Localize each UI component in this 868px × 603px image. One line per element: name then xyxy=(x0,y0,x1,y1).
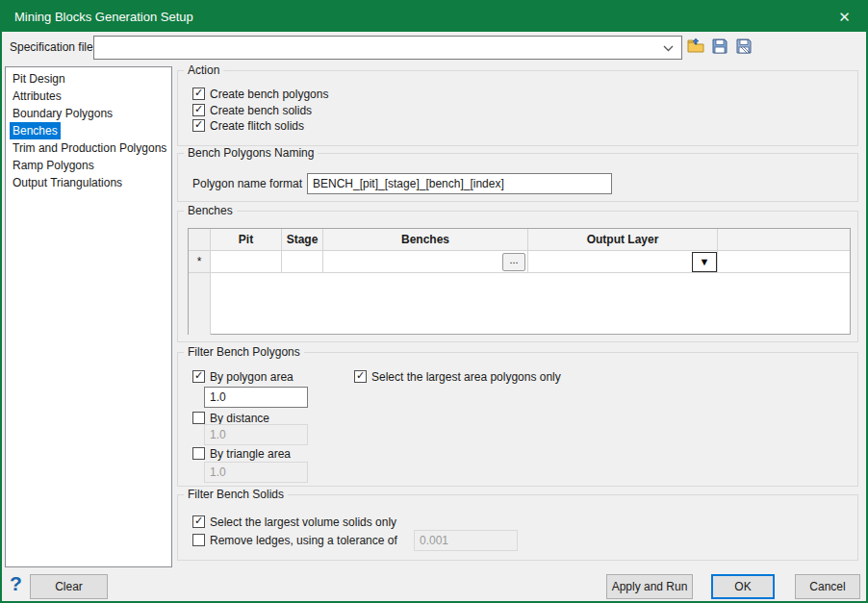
titlebar: Mining Blocks Generation Setup ✕ xyxy=(2,2,866,32)
spec-file-toolbar xyxy=(687,38,753,55)
grid-header-benches[interactable]: Benches xyxy=(323,229,528,251)
grid-header-stage[interactable]: Stage xyxy=(282,229,323,251)
grid-new-row[interactable]: * ... ▼ xyxy=(189,251,850,273)
group-filter-solids-title: Filter Bench Solids xyxy=(184,488,288,501)
section-list: Pit Design Attributes Boundary Polygons … xyxy=(5,66,172,567)
window-title: Mining Blocks Generation Setup xyxy=(2,10,193,24)
group-action-title: Action xyxy=(184,63,223,77)
checkbox-box[interactable]: ✓ xyxy=(354,370,367,383)
checkbox-box[interactable] xyxy=(192,534,205,546)
chevron-down-icon[interactable] xyxy=(663,41,674,55)
group-filter-bench-solids: Filter Bench Solids ✓ Select the largest… xyxy=(177,494,858,561)
grid-rowheader-strip xyxy=(189,273,211,335)
grid-row-marker: * xyxy=(189,251,211,273)
by-distance-input xyxy=(204,424,308,445)
sidebar-item-benches[interactable]: Benches xyxy=(10,122,61,139)
by-polygon-area-input[interactable] xyxy=(204,387,308,408)
clear-button[interactable]: Clear xyxy=(30,574,108,599)
group-filter-bench-polygons: Filter Bench Polygons ✓ By polygon area … xyxy=(177,352,858,487)
apply-and-run-button[interactable]: Apply and Run xyxy=(606,574,693,599)
checkbox-create-flitch-solids[interactable]: ✓ Create flitch solids xyxy=(192,118,304,133)
checkbox-box[interactable]: ✓ xyxy=(192,370,205,383)
checkbox-largest-area-polygons[interactable]: ✓ Select the largest area polygons only xyxy=(354,369,561,384)
grid-empty-area xyxy=(189,273,850,335)
mining-blocks-dialog: Mining Blocks Generation Setup ✕ Specifi… xyxy=(0,0,868,603)
group-action: Action ✓ Create bench polygons ✓ Create … xyxy=(177,70,858,146)
polygon-name-format-label: Polygon name format xyxy=(192,177,302,190)
checkbox-label: By triangle area xyxy=(210,447,291,461)
ok-button[interactable]: OK xyxy=(711,574,775,599)
checkbox-by-polygon-area[interactable]: ✓ By polygon area xyxy=(192,369,294,384)
close-button[interactable]: ✕ xyxy=(823,2,866,32)
group-naming-title: Bench Polygons Naming xyxy=(184,146,318,160)
checkbox-by-distance[interactable]: By distance xyxy=(192,411,269,425)
polygon-name-format-input[interactable] xyxy=(307,173,612,194)
checkbox-box[interactable] xyxy=(192,412,205,424)
save-icon[interactable] xyxy=(711,38,728,55)
remove-ledges-tolerance-input xyxy=(414,530,518,551)
checkbox-box[interactable]: ✓ xyxy=(192,104,205,116)
grid-corner-cell xyxy=(189,229,211,251)
group-benches-title: Benches xyxy=(184,204,237,217)
checkbox-box[interactable]: ✓ xyxy=(192,88,205,100)
sidebar-item-output-triangulations[interactable]: Output Triangulations xyxy=(10,174,125,191)
close-icon: ✕ xyxy=(838,9,851,26)
grid-cell-stage[interactable] xyxy=(282,251,323,273)
checkbox-label: By polygon area xyxy=(210,370,294,384)
group-bench-polygons-naming: Bench Polygons Naming Polygon name forma… xyxy=(177,153,858,202)
grid-header-pit[interactable]: Pit xyxy=(211,229,282,251)
open-folder-icon[interactable] xyxy=(687,38,704,55)
grid-header-output-layer[interactable]: Output Layer xyxy=(528,229,718,251)
save-as-icon[interactable] xyxy=(735,38,753,55)
checkbox-label: Create flitch solids xyxy=(210,119,304,133)
benches-browse-button[interactable]: ... xyxy=(502,253,525,271)
benches-grid: Pit Stage Benches Output Layer * ... ▼ xyxy=(188,228,851,335)
sidebar-item-trim-production-polygons[interactable]: Trim and Production Polygons xyxy=(10,139,169,157)
dropdown-arrow-icon: ▼ xyxy=(700,256,710,267)
sidebar-item-ramp-polygons[interactable]: Ramp Polygons xyxy=(10,157,97,174)
checkbox-box[interactable] xyxy=(192,447,205,460)
sidebar-item-attributes[interactable]: Attributes xyxy=(10,88,64,105)
checkbox-label: Create bench polygons xyxy=(210,88,328,101)
spec-file-label: Specification file xyxy=(10,40,93,54)
output-layer-dropdown-button[interactable]: ▼ xyxy=(692,252,717,272)
checkbox-label: Remove ledges, using a tolerance of xyxy=(210,534,397,547)
help-icon[interactable]: ? xyxy=(10,572,22,595)
grid-header-filler xyxy=(718,229,850,251)
checkbox-label: Select the largest volume solids only xyxy=(210,515,396,529)
sidebar-item-boundary-polygons[interactable]: Boundary Polygons xyxy=(10,105,115,122)
sidebar-item-pit-design[interactable]: Pit Design xyxy=(10,70,68,88)
spec-file-combobox[interactable] xyxy=(93,36,682,60)
grid-cell-pit[interactable] xyxy=(211,251,282,273)
checkbox-label: Create bench solids xyxy=(210,104,312,117)
checkbox-create-bench-solids[interactable]: ✓ Create bench solids xyxy=(192,103,312,117)
checkbox-create-bench-polygons[interactable]: ✓ Create bench polygons xyxy=(192,87,328,101)
checkbox-box[interactable]: ✓ xyxy=(192,119,205,132)
checkbox-by-triangle-area[interactable]: By triangle area xyxy=(192,446,291,461)
by-triangle-area-input xyxy=(204,462,308,483)
checkbox-label: Select the largest area polygons only xyxy=(371,370,561,384)
checkbox-largest-volume-solids[interactable]: ✓ Select the largest volume solids only xyxy=(192,515,396,529)
grid-cell-output-layer[interactable]: ▼ xyxy=(528,251,718,273)
spec-file-row: Specification file xyxy=(2,32,866,64)
checkbox-box[interactable]: ✓ xyxy=(192,515,205,528)
grid-header-row: Pit Stage Benches Output Layer xyxy=(189,229,850,251)
cancel-button[interactable]: Cancel xyxy=(795,574,860,599)
grid-cell-benches[interactable]: ... xyxy=(323,251,528,273)
group-benches: Benches Pit Stage Benches Output Layer *… xyxy=(177,211,858,342)
group-filter-polygons-title: Filter Bench Polygons xyxy=(184,345,304,359)
checkbox-remove-ledges[interactable]: Remove ledges, using a tolerance of xyxy=(192,533,397,547)
checkbox-label: By distance xyxy=(210,412,269,425)
grid-cell-filler xyxy=(718,251,850,273)
